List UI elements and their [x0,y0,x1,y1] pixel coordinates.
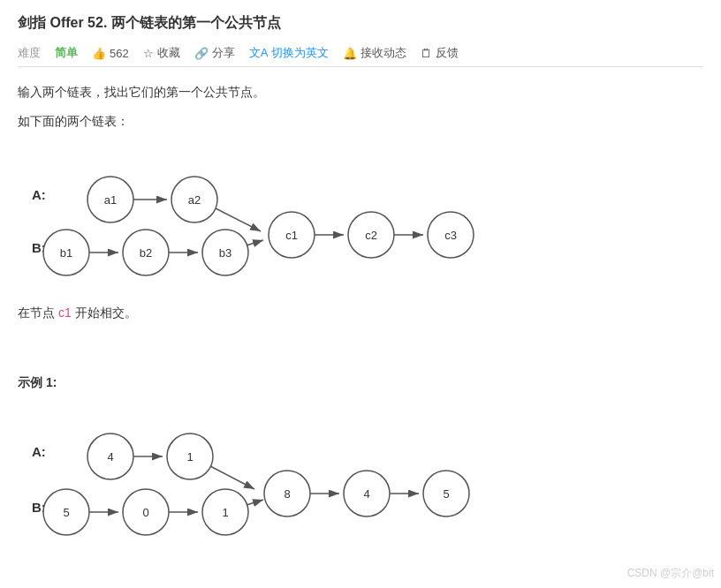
like-icon: 👍 [92,47,106,60]
description2: 如下面的两个链表： [18,110,703,132]
switch-lang-button[interactable]: 文A 切换为英文 [249,45,330,61]
row-a-label: A: [32,187,46,202]
svg-line-41 [247,500,263,505]
svg-text:b1: b1 [60,246,72,260]
content-area: 输入两个链表，找出它们的第一个公共节点。 如下面的两个链表： A: a1 [18,81,703,549]
toolbar: 难度 简单 👍 562 ☆ 收藏 🔗 分享 文A 切换为英文 🔔 接收动态 🗒 … [18,40,703,67]
difficulty-label: 难度 [18,45,41,61]
svg-text:5: 5 [63,505,69,518]
svg-text:b3: b3 [219,246,231,260]
svg-text:a1: a1 [104,193,117,207]
like-count: 562 [110,47,129,60]
svg-text:8: 8 [284,486,290,500]
svg-text:4: 4 [363,486,369,500]
notification-button[interactable]: 🔔 接收动态 [343,45,406,61]
watermark: CSDN @宗介@bit [627,566,714,581]
svg-text:0: 0 [142,505,148,518]
svg-line-6 [216,208,261,231]
example1-svg: A: 4 1 B: 5 0 [18,408,512,549]
svg-text:A:: A: [32,444,46,459]
svg-text:a2: a2 [188,193,201,207]
intersection-node: c1 [58,305,72,320]
share-icon: 🔗 [194,47,209,60]
svg-text:4: 4 [107,449,113,463]
collect-button[interactable]: ☆ 收藏 [143,45,180,61]
intersection-note: 在节点 c1 开始相交。 [18,302,703,324]
svg-text:b2: b2 [140,246,152,260]
description1: 输入两个链表，找出它们的第一个公共节点。 [18,81,703,103]
svg-line-15 [247,240,263,245]
svg-text:c1: c1 [285,229,298,242]
share-button[interactable]: 🔗 分享 [194,45,235,61]
feedback-icon: 🗒 [421,47,432,60]
svg-text:1: 1 [186,449,193,463]
page-title: 剑指 Offer 52. 两个链表的第一个公共节点 [18,14,281,33]
svg-text:5: 5 [443,486,449,500]
notification-label: 接收动态 [360,45,406,61]
difficulty-value: 简单 [55,45,78,61]
svg-text:c3: c3 [444,229,457,242]
feedback-button[interactable]: 🗒 反馈 [421,45,459,61]
translate-icon: 文A [249,45,269,61]
switch-lang-label: 切换为英文 [271,45,329,61]
feedback-label: 反馈 [436,45,459,61]
share-label: 分享 [212,45,235,61]
like-button[interactable]: 👍 562 [92,47,129,60]
svg-text:c2: c2 [365,229,377,242]
star-icon: ☆ [143,47,154,60]
bell-icon: 🔔 [343,47,357,60]
main-diagram-svg: A: a1 a2 B: b1 b2 [18,147,530,288]
svg-text:1: 1 [222,505,228,518]
collect-label: 收藏 [157,45,180,61]
svg-line-31 [210,466,254,489]
example-title: 示例 1: [18,372,703,394]
main-diagram: A: a1 a2 B: b1 b2 [18,147,703,288]
example1-diagram: A: 4 1 B: 5 0 [18,408,703,549]
